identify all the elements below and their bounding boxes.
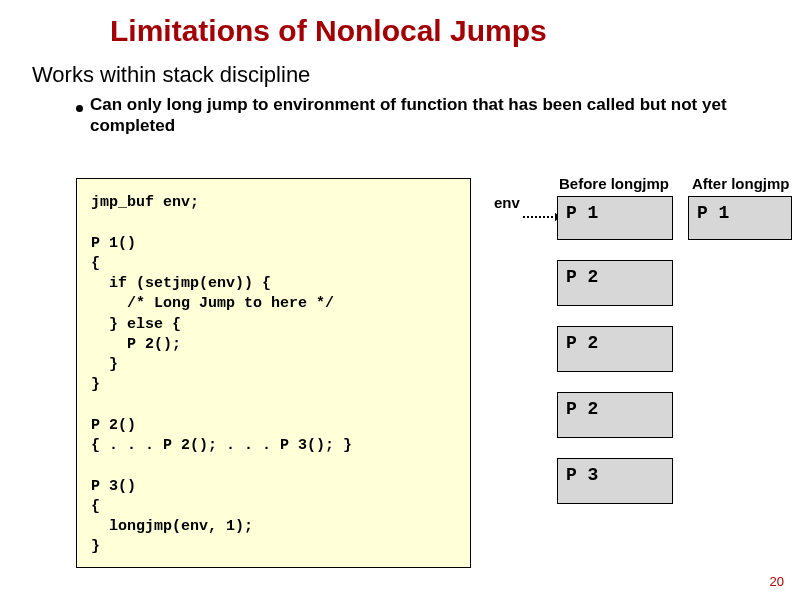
label-env: env — [494, 194, 520, 211]
slide-title: Limitations of Nonlocal Jumps — [110, 14, 547, 48]
code-panel: jmp_buf env; P 1() { if (setjmp(env)) { … — [76, 178, 471, 568]
code-content: jmp_buf env; P 1() { if (setjmp(env)) { … — [91, 193, 456, 558]
stack-frame-after: P 1 — [688, 196, 792, 240]
stack-frame-before: P 3 — [557, 458, 673, 504]
stack-frame-before: P 2 — [557, 260, 673, 306]
page-number: 20 — [770, 574, 784, 589]
bullet-dot-icon — [76, 105, 83, 112]
stack-frame-before: P 1 — [557, 196, 673, 240]
bullet-text: Can only long jump to environment of fun… — [90, 94, 760, 137]
env-pointer-arrow-icon — [523, 216, 561, 218]
label-after-longjmp: After longjmp — [692, 175, 790, 192]
stack-frame-before: P 2 — [557, 392, 673, 438]
stack-frame-before: P 2 — [557, 326, 673, 372]
label-before-longjmp: Before longjmp — [559, 175, 669, 192]
slide-subtitle: Works within stack discipline — [32, 62, 310, 88]
